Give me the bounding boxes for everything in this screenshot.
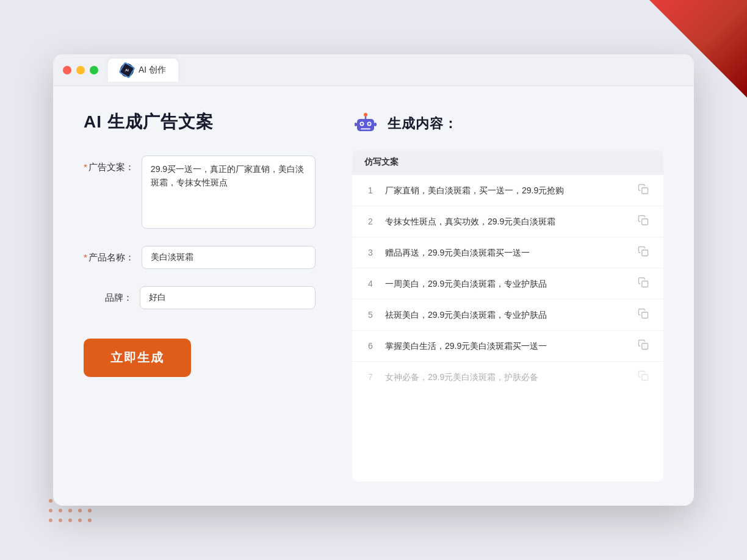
brand-input[interactable] [140,286,316,309]
traffic-light-close[interactable] [63,66,71,74]
svg-point-5 [361,123,363,125]
traffic-light-minimize[interactable] [76,66,85,74]
row-number: 5 [364,310,377,320]
page-title: AI 生成广告文案 [84,110,316,134]
result-table: 仿写文案 1 厂家直销，美白淡斑霜，买一送一，29.9元抢购 2 专抹女性斑点，… [352,149,663,481]
browser-titlebar: AI 创作 [53,54,694,86]
row-number: 7 [364,372,377,382]
robot-icon [352,110,379,137]
product-name-label: *产品名称： [84,246,134,264]
svg-rect-15 [642,343,648,350]
generate-button[interactable]: 立即生成 [84,339,191,377]
svg-rect-16 [642,375,648,381]
copy-icon[interactable] [638,308,651,321]
tab-label: AI 创作 [139,65,166,76]
svg-rect-7 [361,128,370,130]
tab-ai-icon [120,63,134,77]
browser-window: AI 创作 AI 生成广告文案 *广告文案： 29.9买一送一，真正的厂家直销，… [53,54,694,506]
product-name-required: * [84,252,87,262]
svg-rect-11 [642,219,648,225]
svg-rect-9 [374,123,377,126]
row-number: 3 [364,248,377,257]
copy-icon[interactable] [638,277,651,290]
ad-copy-required: * [84,162,87,172]
product-name-group: *产品名称： [84,246,316,269]
svg-point-2 [364,113,367,117]
row-text: 厂家直销，美白淡斑霜，买一送一，29.9元抢购 [385,184,629,197]
copy-icon[interactable] [638,184,651,197]
browser-tab[interactable]: AI 创作 [108,59,178,82]
svg-rect-10 [642,188,648,194]
row-number: 6 [364,341,377,351]
ad-copy-label: *广告文案： [84,156,134,173]
copy-icon[interactable] [638,215,651,228]
svg-rect-12 [642,250,648,256]
content-area: AI 生成广告文案 *广告文案： 29.9买一送一，真正的厂家直销，美白淡斑霜，… [53,86,694,506]
copy-icon[interactable] [638,339,651,353]
row-text: 赠品再送，29.9元美白淡斑霜买一送一 [385,246,629,259]
copy-icon[interactable] [638,246,651,259]
result-row: 3 赠品再送，29.9元美白淡斑霜买一送一 [352,237,663,268]
result-row: 4 一周美白，29.9元美白淡斑霜，专业护肤品 [352,268,663,300]
row-text: 一周美白，29.9元美白淡斑霜，专业护肤品 [385,278,629,290]
row-text: 专抹女性斑点，真实功效，29.9元美白淡斑霜 [385,215,629,228]
result-table-header: 仿写文案 [352,149,663,175]
result-row: 7 女神必备，29.9元美白淡斑霜，护肤必备 [352,362,663,392]
traffic-light-maximize[interactable] [90,66,98,74]
row-number: 4 [364,279,377,289]
svg-point-6 [368,123,370,125]
row-number: 1 [364,185,377,195]
result-header: 生成内容： [352,110,663,137]
traffic-lights [63,66,98,74]
row-text: 祛斑美白，29.9元美白淡斑霜，专业护肤品 [385,309,629,321]
product-name-input[interactable] [142,246,316,269]
left-panel: AI 生成广告文案 *广告文案： 29.9买一送一，真正的厂家直销，美白淡斑霜，… [84,110,316,481]
row-text: 女神必备，29.9元美白淡斑霜，护肤必备 [385,371,629,384]
result-row: 5 祛斑美白，29.9元美白淡斑霜，专业护肤品 [352,300,663,331]
right-panel: 生成内容： 仿写文案 1 厂家直销，美白淡斑霜，买一送一，29.9元抢购 2 专… [352,110,663,481]
ad-copy-textarea[interactable]: 29.9买一送一，真正的厂家直销，美白淡斑霜，专抹女性斑点 [142,156,316,229]
ad-copy-group: *广告文案： 29.9买一送一，真正的厂家直销，美白淡斑霜，专抹女性斑点 [84,156,316,229]
row-number: 2 [364,217,377,226]
svg-rect-8 [355,123,357,126]
brand-group: 品牌： [84,286,316,309]
result-row: 2 专抹女性斑点，真实功效，29.9元美白淡斑霜 [352,206,663,237]
result-row: 6 掌握美白生活，29.9元美白淡斑霜买一送一 [352,331,663,362]
result-title: 生成内容： [388,115,458,133]
row-text: 掌握美白生活，29.9元美白淡斑霜买一送一 [385,340,629,353]
result-row: 1 厂家直销，美白淡斑霜，买一送一，29.9元抢购 [352,175,663,206]
copy-icon[interactable] [638,370,651,384]
brand-label: 品牌： [84,286,132,304]
svg-rect-13 [642,281,648,287]
result-rows-container: 1 厂家直销，美白淡斑霜，买一送一，29.9元抢购 2 专抹女性斑点，真实功效，… [352,175,663,392]
svg-rect-14 [642,312,648,318]
